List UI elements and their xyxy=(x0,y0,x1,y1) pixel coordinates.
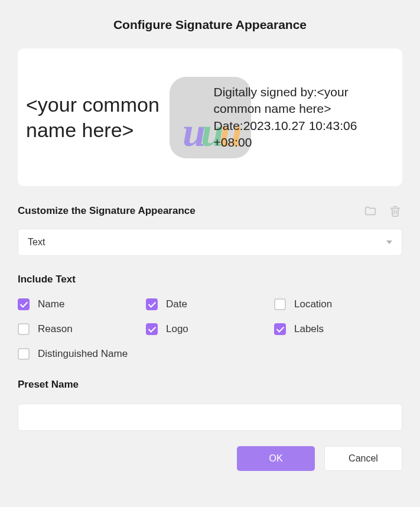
checkbox-box xyxy=(274,323,286,335)
preview-details: Digitally signed by:<your common name he… xyxy=(209,84,397,151)
checkbox-labels[interactable]: Labels xyxy=(274,323,402,335)
signature-preview: uuu <your common name here> Digitally si… xyxy=(18,48,402,186)
preset-name-input[interactable] xyxy=(18,404,402,431)
checkbox-label: Labels xyxy=(294,323,324,335)
checkbox-box xyxy=(18,348,30,360)
cancel-button[interactable]: Cancel xyxy=(324,446,402,471)
preset-name-label: Preset Name xyxy=(18,379,402,391)
checkbox-label: Logo xyxy=(166,323,188,335)
checkbox-label: Reason xyxy=(38,323,73,335)
checkbox-label: Location xyxy=(294,298,332,310)
include-text-label: Include Text xyxy=(18,274,402,285)
checkbox-location[interactable]: Location xyxy=(274,298,402,310)
checkbox-reason[interactable]: Reason xyxy=(18,323,146,335)
checkbox-label: Distinguished Name xyxy=(38,348,128,360)
customize-label: Customize the Signature Appearance xyxy=(18,205,196,217)
checkbox-distinguished-name[interactable]: Distinguished Name xyxy=(18,348,402,360)
chevron-down-icon xyxy=(386,240,392,244)
checkbox-name[interactable]: Name xyxy=(18,298,146,310)
checkbox-box xyxy=(146,298,158,310)
include-text-options: Name Date Location Reason Logo Labels Di… xyxy=(18,298,402,360)
preview-common-name: <your common name here> xyxy=(24,92,209,142)
checkbox-date[interactable]: Date xyxy=(146,298,274,310)
checkbox-label: Name xyxy=(38,298,64,310)
checkbox-box xyxy=(18,298,30,310)
open-folder-icon[interactable] xyxy=(363,204,377,218)
checkbox-box xyxy=(274,298,286,310)
delete-icon[interactable] xyxy=(388,204,402,218)
preview-signed-by: Digitally signed by:<your common name he… xyxy=(214,84,397,118)
preview-date: Date:2023.10.27 10:43:06 +08:00 xyxy=(214,118,397,151)
appearance-type-value: Text xyxy=(28,237,45,248)
checkbox-box xyxy=(18,323,30,335)
appearance-type-select[interactable]: Text xyxy=(18,229,402,256)
checkbox-box xyxy=(146,323,158,335)
checkbox-logo[interactable]: Logo xyxy=(146,323,274,335)
checkbox-label: Date xyxy=(166,298,187,310)
ok-button[interactable]: OK xyxy=(237,446,315,471)
dialog-title: Configure Signature Appearance xyxy=(18,18,402,32)
